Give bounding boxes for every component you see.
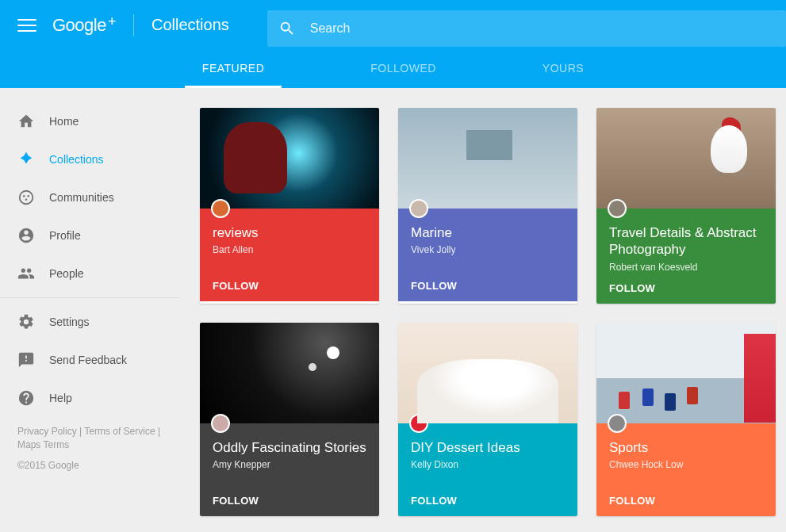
copyright: ©2015 Google bbox=[0, 455, 180, 476]
help-icon bbox=[17, 389, 35, 407]
follow-button[interactable]: FOLLOW bbox=[609, 273, 763, 294]
card-image bbox=[398, 108, 577, 209]
app-logo[interactable]: Google + bbox=[52, 15, 116, 36]
feedback-icon bbox=[17, 351, 35, 369]
card-image bbox=[200, 323, 379, 423]
card-title: Oddly Fascinating Stories bbox=[213, 439, 366, 456]
search-container bbox=[267, 4, 786, 47]
collections-icon bbox=[17, 151, 35, 168]
search-input[interactable] bbox=[310, 21, 775, 36]
main-content: reviewsBart AllenFOLLOWMarineVivek Jolly… bbox=[180, 88, 786, 532]
sidebar-item-label: Profile bbox=[49, 229, 81, 242]
author-avatar bbox=[211, 414, 230, 433]
author-avatar bbox=[608, 414, 627, 433]
people-icon bbox=[17, 265, 35, 282]
sidebar-item-help[interactable]: Help bbox=[0, 379, 180, 417]
tab-followed[interactable]: FOLLOWED bbox=[353, 50, 454, 88]
follow-button[interactable]: FOLLOW bbox=[213, 485, 366, 507]
follow-button[interactable]: FOLLOW bbox=[213, 270, 366, 292]
card-body: SportsChwee Hock LowFOLLOW bbox=[596, 423, 776, 516]
sidebar-item-home[interactable]: Home bbox=[0, 102, 180, 140]
sidebar-item-label: Communities bbox=[49, 191, 114, 204]
link-sep: | bbox=[77, 426, 85, 437]
follow-button[interactable]: FOLLOW bbox=[609, 485, 763, 507]
collection-card[interactable]: Travel Details & Abstract PhotographyRob… bbox=[596, 108, 776, 304]
author-avatar bbox=[409, 414, 428, 433]
profile-icon bbox=[17, 227, 35, 244]
follow-button[interactable]: FOLLOW bbox=[411, 485, 565, 507]
follow-button[interactable]: FOLLOW bbox=[411, 270, 565, 292]
card-image bbox=[596, 323, 776, 423]
search-icon bbox=[278, 20, 296, 37]
card-body: DIY Dessert IdeasKelly DixonFOLLOW bbox=[398, 423, 577, 516]
collection-card[interactable]: DIY Dessert IdeasKelly DixonFOLLOW bbox=[398, 323, 577, 516]
collection-card[interactable]: Oddly Fascinating StoriesAmy KnepperFOLL… bbox=[200, 323, 379, 516]
search-box[interactable] bbox=[267, 10, 786, 47]
svg-point-2 bbox=[27, 195, 29, 197]
logo-text: Google bbox=[52, 15, 106, 36]
collection-card[interactable]: SportsChwee Hock LowFOLLOW bbox=[596, 323, 776, 516]
tab-featured[interactable]: FEATURED bbox=[185, 50, 282, 88]
home-icon bbox=[17, 113, 35, 130]
collections-grid: reviewsBart AllenFOLLOWMarineVivek Jolly… bbox=[200, 108, 766, 516]
tabs-row: FEATURED FOLLOWED YOURS bbox=[0, 50, 786, 88]
sidebar-item-feedback[interactable]: Send Feedback bbox=[0, 341, 180, 379]
sidebar-item-communities[interactable]: Communities bbox=[0, 178, 180, 216]
author-avatar bbox=[409, 199, 428, 218]
card-body: MarineVivek JollyFOLLOW bbox=[398, 209, 577, 301]
maps-terms-link[interactable]: Maps Terms bbox=[17, 439, 69, 450]
app-layout: Home Collections Communities Profile Peo… bbox=[0, 88, 786, 532]
card-title: Sports bbox=[609, 439, 763, 456]
collection-card[interactable]: reviewsBart AllenFOLLOW bbox=[200, 108, 379, 304]
svg-point-3 bbox=[25, 198, 28, 201]
card-author: Kelly Dixon bbox=[411, 459, 565, 470]
header-top-row: Google + Collections bbox=[0, 0, 786, 50]
sidebar-separator bbox=[0, 297, 180, 298]
card-author: Robert van Koesveld bbox=[609, 262, 763, 273]
card-author: Amy Knepper bbox=[213, 459, 366, 470]
communities-icon bbox=[17, 189, 35, 206]
sidebar-item-settings[interactable]: Settings bbox=[0, 303, 180, 341]
card-image bbox=[596, 108, 776, 209]
logo-plus: + bbox=[108, 13, 116, 30]
collection-card[interactable]: MarineVivek JollyFOLLOW bbox=[398, 108, 577, 304]
sidebar-item-people[interactable]: People bbox=[0, 255, 180, 293]
card-image bbox=[200, 108, 379, 209]
author-avatar bbox=[608, 199, 627, 218]
tos-link[interactable]: Terms of Service bbox=[84, 426, 155, 437]
gear-icon bbox=[17, 313, 35, 331]
author-avatar bbox=[211, 199, 230, 218]
link-sep: | bbox=[155, 426, 160, 437]
sidebar-item-collections[interactable]: Collections bbox=[0, 140, 180, 178]
tab-yours[interactable]: YOURS bbox=[525, 50, 601, 88]
svg-point-1 bbox=[23, 195, 25, 197]
card-title: Travel Details & Abstract Photography bbox=[609, 224, 763, 258]
card-body: reviewsBart AllenFOLLOW bbox=[200, 209, 379, 301]
sidebar-item-label: Send Feedback bbox=[49, 354, 127, 366]
card-author: Vivek Jolly bbox=[411, 244, 565, 255]
sidebar-item-profile[interactable]: Profile bbox=[0, 216, 180, 255]
menu-icon[interactable] bbox=[17, 16, 36, 35]
card-image bbox=[398, 323, 577, 423]
footer-links: Privacy Policy | Terms of Service | Maps… bbox=[0, 417, 180, 455]
card-author: Chwee Hock Low bbox=[609, 459, 763, 470]
sidebar-item-label: Settings bbox=[49, 316, 90, 328]
sidebar-item-label: Home bbox=[49, 115, 79, 128]
sidebar-item-label: Help bbox=[49, 392, 72, 404]
app-header: Google + Collections FEATURED FOLLOWED Y… bbox=[0, 0, 786, 88]
page-title: Collections bbox=[151, 16, 229, 34]
svg-point-0 bbox=[20, 191, 33, 205]
card-title: DIY Dessert Ideas bbox=[411, 439, 565, 456]
card-body: Oddly Fascinating StoriesAmy KnepperFOLL… bbox=[200, 423, 379, 516]
sidebar: Home Collections Communities Profile Peo… bbox=[0, 88, 180, 532]
card-author: Bart Allen bbox=[213, 244, 366, 255]
sidebar-item-label: Collections bbox=[49, 153, 103, 166]
card-title: Marine bbox=[411, 224, 565, 241]
header-divider bbox=[133, 14, 134, 36]
card-title: reviews bbox=[213, 224, 366, 241]
card-body: Travel Details & Abstract PhotographyRob… bbox=[596, 209, 776, 304]
privacy-link[interactable]: Privacy Policy bbox=[17, 426, 77, 437]
sidebar-item-label: People bbox=[49, 267, 84, 280]
